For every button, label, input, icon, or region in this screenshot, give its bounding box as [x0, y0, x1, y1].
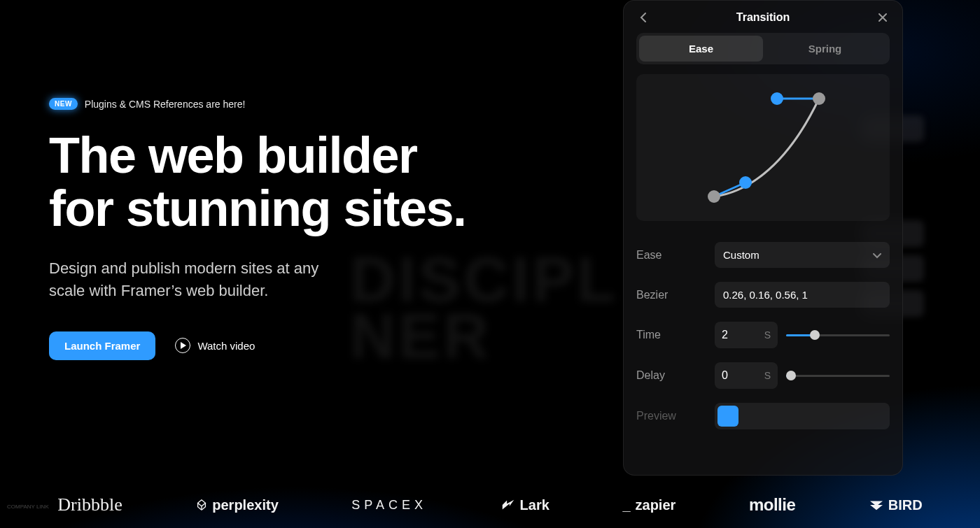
delay-value: 0: [722, 369, 728, 382]
delay-slider[interactable]: [786, 369, 890, 383]
cta-row: Launch Framer Watch video: [49, 331, 581, 360]
tab-ease[interactable]: Ease: [639, 36, 763, 62]
hero-section: NEW Plugins & CMS References are here! T…: [49, 98, 581, 360]
time-label: Time: [636, 329, 706, 341]
delay-unit: S: [764, 370, 771, 381]
ease-select[interactable]: Custom: [715, 242, 890, 268]
back-icon[interactable]: [636, 10, 650, 24]
preview-field-row: Preview: [636, 396, 890, 436]
tab-spring[interactable]: Spring: [763, 36, 887, 62]
panel-title: Transition: [736, 11, 790, 24]
logo-perplexity-text: perplexity: [212, 497, 278, 513]
time-field-row: Time 2 S: [636, 315, 890, 355]
logo-zapier: zapier: [622, 497, 676, 513]
logo-lark: Lark: [500, 497, 550, 513]
svg-point-4: [771, 92, 783, 105]
logo-mollie: mollie: [749, 495, 795, 515]
delay-field-row: Delay 0 S: [636, 355, 890, 396]
bezier-field-row: Bezier 0.26, 0.16, 0.56, 1: [636, 275, 890, 315]
announcement-text: Plugins & CMS References are here!: [85, 99, 246, 110]
preview-chip: [718, 406, 738, 427]
logo-bird-text: BIRD: [888, 497, 923, 513]
ease-label: Ease: [636, 249, 706, 262]
svg-point-5: [813, 92, 825, 105]
play-icon: [175, 338, 190, 353]
watch-video-label: Watch video: [197, 340, 255, 352]
transition-panel: Transition Ease Spring Ease Cus: [623, 0, 903, 476]
time-input[interactable]: 2 S: [715, 322, 778, 348]
easing-curve-editor[interactable]: [636, 74, 890, 221]
hero-headline: The web builder for stunning sites.: [49, 129, 581, 235]
chevron-down-icon: [873, 249, 881, 261]
perplexity-icon: [195, 499, 208, 511]
ease-field-row: Ease Custom: [636, 235, 890, 275]
logo-strip: Dribbble perplexity SPACEX Lark zapier m…: [0, 494, 980, 515]
launch-button[interactable]: Launch Framer: [49, 331, 155, 360]
logo-dribbble: Dribbble: [57, 494, 122, 515]
logo-lark-text: Lark: [520, 497, 550, 513]
transition-tabs: Ease Spring: [636, 33, 890, 64]
new-badge: NEW: [49, 98, 78, 110]
delay-input[interactable]: 0 S: [715, 362, 778, 389]
preview-box[interactable]: [715, 403, 890, 429]
announcement-row[interactable]: NEW Plugins & CMS References are here!: [49, 98, 581, 110]
watch-video-button[interactable]: Watch video: [175, 338, 255, 353]
headline-line-2: for stunning sites.: [49, 183, 581, 236]
headline-line-1: The web builder: [49, 129, 581, 183]
svg-point-2: [708, 190, 720, 203]
logo-perplexity: perplexity: [195, 497, 278, 513]
close-icon[interactable]: [876, 10, 890, 24]
logo-spacex: SPACEX: [351, 498, 427, 513]
time-slider[interactable]: [786, 328, 890, 342]
bird-icon: [869, 499, 884, 511]
panel-header: Transition: [636, 8, 890, 33]
delay-label: Delay: [636, 369, 706, 382]
lark-icon: [500, 497, 516, 513]
time-unit: S: [764, 329, 771, 341]
hero-subhead: Design and publish modern sites at any s…: [49, 257, 357, 302]
svg-point-3: [739, 176, 752, 189]
time-value: 2: [722, 329, 728, 341]
bezier-label: Bezier: [636, 289, 706, 301]
preview-label: Preview: [636, 410, 706, 422]
ease-select-value: Custom: [723, 249, 760, 261]
logo-bird: BIRD: [869, 497, 923, 513]
bezier-input[interactable]: 0.26, 0.16, 0.56, 1: [715, 282, 890, 308]
